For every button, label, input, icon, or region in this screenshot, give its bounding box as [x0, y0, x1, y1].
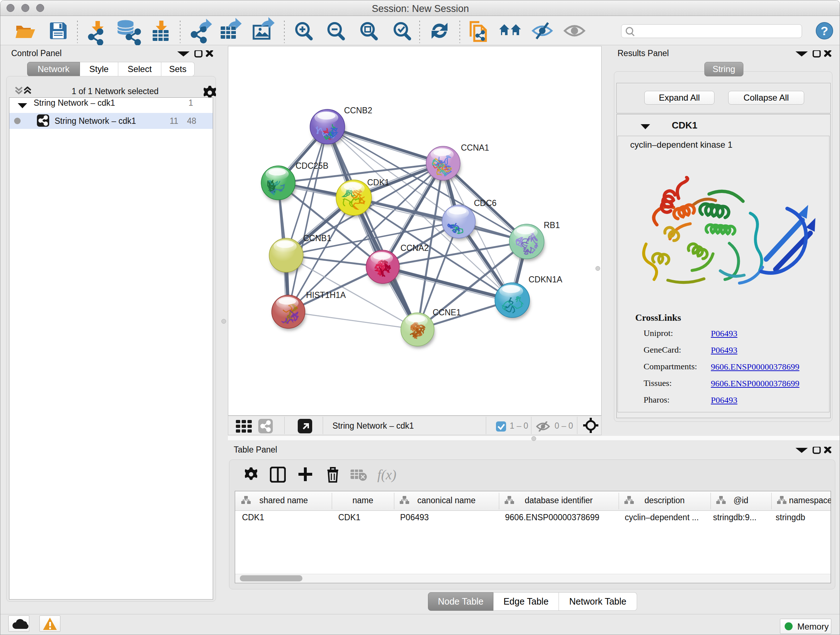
svg-text:CCNB2: CCNB2	[344, 106, 372, 115]
svg-text:CCNE1: CCNE1	[433, 308, 461, 317]
svg-text:CCNA1: CCNA1	[461, 143, 489, 152]
svg-text:CDK1: CDK1	[367, 178, 389, 187]
svg-text:CDC25B: CDC25B	[295, 161, 328, 171]
svg-text:?: ?	[821, 24, 829, 38]
svg-text:CDKN1A: CDKN1A	[529, 275, 562, 284]
svg-text:RB1: RB1	[544, 220, 560, 230]
svg-text:CDC6: CDC6	[474, 198, 497, 208]
svg-text:CCNB1: CCNB1	[303, 233, 332, 243]
svg-text:CCNA2: CCNA2	[401, 243, 429, 253]
svg-text:HIST1H1A: HIST1H1A	[306, 290, 346, 300]
